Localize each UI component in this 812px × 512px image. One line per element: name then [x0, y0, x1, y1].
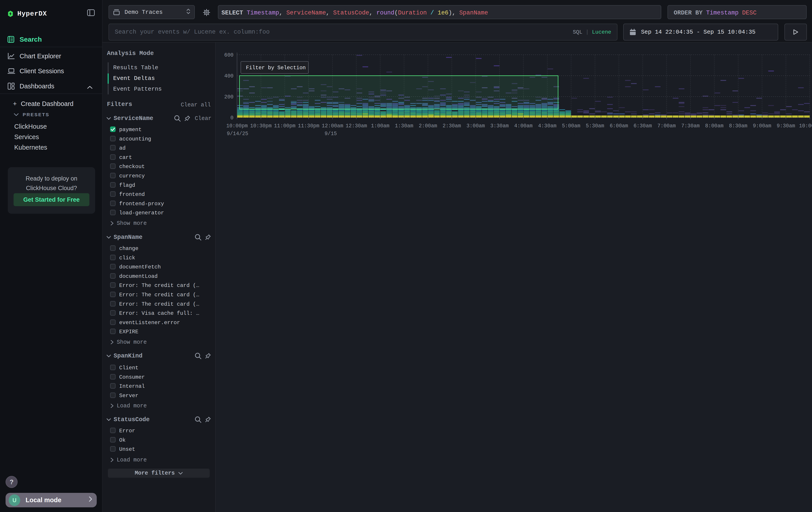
svg-text:1:30am: 1:30am — [395, 123, 413, 129]
svg-text:600: 600 — [224, 52, 233, 58]
svg-text:9/15: 9/15 — [325, 131, 337, 137]
svg-text:11:30pm: 11:30pm — [298, 123, 320, 129]
svg-text:2:30am: 2:30am — [443, 123, 461, 129]
svg-text:3:30am: 3:30am — [490, 123, 509, 129]
svg-text:4:00am: 4:00am — [514, 123, 533, 129]
svg-text:6:00am: 6:00am — [610, 123, 628, 129]
svg-text:Filter by Selection: Filter by Selection — [246, 65, 306, 71]
svg-text:11:00pm: 11:00pm — [274, 123, 295, 129]
svg-text:7:30am: 7:30am — [681, 123, 700, 129]
svg-text:200: 200 — [224, 94, 233, 100]
svg-text:3:00am: 3:00am — [466, 123, 485, 129]
svg-text:?: ? — [9, 478, 13, 486]
svg-text:5:30am: 5:30am — [586, 123, 604, 129]
svg-text:9/14/25: 9/14/25 — [227, 131, 249, 137]
svg-text:1:00am: 1:00am — [371, 123, 389, 129]
svg-text:9:00am: 9:00am — [753, 123, 771, 129]
svg-text:7:00am: 7:00am — [658, 123, 676, 129]
svg-text:10:00am: 10:00am — [799, 123, 812, 129]
svg-text:10:00pm: 10:00pm — [226, 123, 248, 129]
svg-text:12:00am: 12:00am — [322, 123, 343, 129]
svg-text:2:00am: 2:00am — [419, 123, 437, 129]
svg-text:10:30pm: 10:30pm — [250, 123, 272, 129]
svg-text:5:00am: 5:00am — [562, 123, 580, 129]
svg-text:0: 0 — [230, 115, 233, 121]
svg-text:4:30am: 4:30am — [538, 123, 556, 129]
svg-text:8:00am: 8:00am — [705, 123, 724, 129]
svg-text:6:30am: 6:30am — [634, 123, 652, 129]
svg-text:400: 400 — [224, 73, 233, 79]
svg-text:9:30am: 9:30am — [777, 123, 795, 129]
svg-text:12:30am: 12:30am — [346, 123, 367, 129]
svg-text:8:30am: 8:30am — [729, 123, 748, 129]
